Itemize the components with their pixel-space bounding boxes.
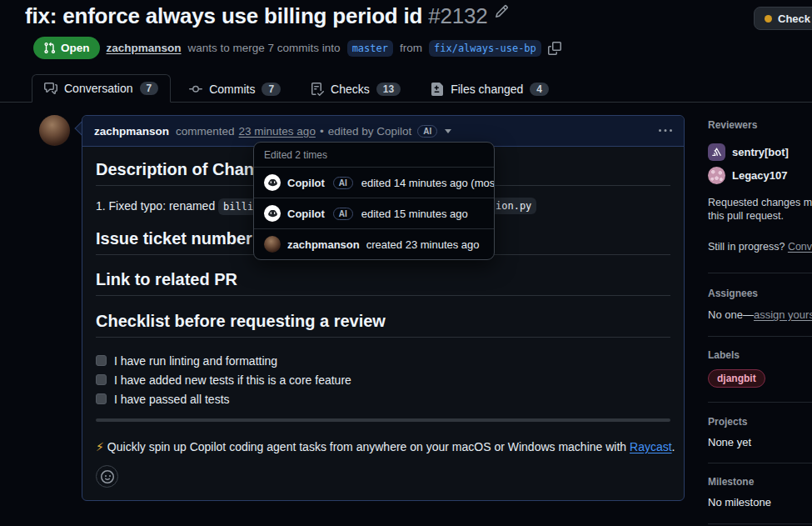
projects-heading: Projects <box>708 416 812 428</box>
pr-tabbar: Conversation 7 Commits 7 Checks 13 Files… <box>0 73 812 103</box>
smiley-icon <box>101 470 114 483</box>
edit-history-name: zachpmanson <box>287 238 360 251</box>
git-pull-request-icon <box>43 42 56 54</box>
labels-heading: Labels <box>708 349 812 361</box>
heading-checklist: Checklist before requesting a review <box>96 312 670 338</box>
progress-note: Still in progress? Conver <box>708 240 812 253</box>
copilot-avatar <box>264 205 281 222</box>
edit-history-title: Edited 2 times <box>254 143 494 167</box>
add-reaction-button[interactable] <box>96 465 118 488</box>
assign-yourself-link[interactable]: assign yourself <box>754 308 812 321</box>
git-commit-icon <box>189 83 202 96</box>
edit-history-row-3[interactable]: zachpmanson created 23 minutes ago <box>254 228 494 259</box>
zachpmanson-avatar <box>264 236 281 253</box>
reviewer-sentry[interactable]: sentry[bot] <box>708 143 812 161</box>
raycast-link[interactable]: Raycast <box>630 440 672 453</box>
pr-status-label: Open <box>61 42 90 54</box>
checklist-item: I have added new tests if this is a core… <box>96 370 670 389</box>
base-branch-label[interactable]: master <box>347 40 393 57</box>
sidebar-divider <box>708 336 812 337</box>
convert-to-draft-link[interactable]: Conver <box>788 241 812 253</box>
comment-divider <box>96 418 670 422</box>
kebab-menu-icon[interactable] <box>659 124 672 138</box>
pr-title: fix: enforce always use billing period i… <box>25 3 509 29</box>
tab-conversation[interactable]: Conversation 7 <box>32 74 171 103</box>
pr-status-badge: Open <box>33 37 100 59</box>
tab-conversation-label: Conversation <box>64 82 133 95</box>
ai-badge: AI <box>333 177 353 189</box>
comment-author[interactable]: zachpmanson <box>94 125 169 138</box>
reviewer-name: Legacy107 <box>732 169 788 182</box>
checks-status-button[interactable]: Check <box>754 7 812 30</box>
tab-checks-label: Checks <box>331 83 370 96</box>
ai-badge: AI <box>417 125 437 138</box>
tab-files-changed[interactable]: Files changed 4 <box>419 76 560 103</box>
checklist-label: I have added new tests if this is a core… <box>114 373 351 387</box>
sentry-avatar <box>708 143 725 161</box>
checkbox-linting[interactable] <box>96 355 107 366</box>
edit-history-row-2[interactable]: Copilot AI edited 15 minutes ago <box>254 198 494 228</box>
assignees-heading: Assignees <box>708 288 812 299</box>
copy-branch-icon[interactable] <box>548 42 561 55</box>
checklist-item: I have run linting and formatting <box>96 351 670 370</box>
assignees-empty-text: No one— <box>708 308 754 321</box>
head-branch-label[interactable]: fix/always-use-bp <box>429 40 541 57</box>
pr-title-text: fix: enforce always use billing period i… <box>25 3 422 28</box>
checklist: I have run linting and formatting I have… <box>96 351 670 408</box>
avatar-zachpmanson[interactable] <box>39 115 70 146</box>
checklist-label: I have passed all tests <box>114 393 230 406</box>
progress-text: Still in progress? <box>708 241 788 253</box>
edit-history-caret-icon[interactable] <box>445 129 451 133</box>
promo-line: ⚡Quickly spin up Copilot coding agent ta… <box>96 440 670 453</box>
comment-timestamp-link[interactable]: 23 minutes ago <box>239 125 316 138</box>
comment-edited-by: edited by Copilot <box>328 125 412 138</box>
tab-commits-count: 7 <box>262 83 281 96</box>
from-text: from <box>400 42 422 54</box>
pr-number: #2132 <box>428 3 487 28</box>
review-note: Requested changes mus this pull request. <box>708 196 812 223</box>
comment-discussion-icon <box>44 82 57 95</box>
edit-history-name: Copilot <box>287 208 325 220</box>
checklist-icon <box>311 83 324 96</box>
assignees-empty: No one—assign yourself <box>708 308 812 322</box>
copilot-avatar <box>264 174 281 191</box>
tab-files-changed-count: 4 <box>530 83 549 96</box>
legacy107-avatar <box>708 167 725 184</box>
edit-title-icon[interactable] <box>495 4 509 18</box>
edit-history-text: edited 15 minutes ago <box>361 208 468 220</box>
sidebar-divider <box>708 273 812 273</box>
tab-checks-count: 13 <box>376 83 401 96</box>
checks-status-label: Check <box>778 13 810 25</box>
tab-files-changed-label: Files changed <box>451 83 523 96</box>
edit-history-text: created 23 minutes ago <box>366 238 480 251</box>
checkbox-new-tests[interactable] <box>96 374 107 385</box>
change-list-text: 1. Fixed typo: renamed <box>96 199 218 213</box>
edit-history-row-1[interactable]: Copilot AI edited 14 minutes ago (most r… <box>254 167 494 198</box>
projects-empty: None yet <box>708 436 812 448</box>
tab-commits[interactable]: Commits 7 <box>177 76 292 103</box>
review-note-line1: Requested changes mus <box>708 197 812 208</box>
pr-author-link[interactable]: zachpmanson <box>107 42 182 54</box>
tab-checks[interactable]: Checks 13 <box>299 76 412 103</box>
checklist-label: I have run linting and formatting <box>114 354 277 368</box>
tab-conversation-count: 7 <box>140 82 159 95</box>
heading-link-pr: Link to related PR <box>96 270 670 296</box>
lightning-icon: ⚡ <box>96 440 104 453</box>
pr-meta-row: Open zachpmanson wants to merge 7 commit… <box>33 37 561 59</box>
checkbox-passed-tests[interactable] <box>96 393 107 404</box>
reviewer-legacy107[interactable]: Legacy107 <box>708 167 812 184</box>
file-diff-icon <box>431 83 444 96</box>
pending-dot-icon <box>765 15 772 23</box>
reviewer-name: sentry[bot] <box>732 146 789 158</box>
pr-sidebar: Reviewers sentry[bot] Legacy107 Requeste… <box>708 115 812 526</box>
reviewers-heading: Reviewers <box>708 119 812 131</box>
checklist-item: I have passed all tests <box>96 389 670 408</box>
sidebar-divider <box>708 402 812 403</box>
promo-suffix: . <box>672 440 675 453</box>
comment-action: commented <box>176 125 235 138</box>
review-note-line2: this pull request. <box>708 210 784 222</box>
comment-separator: • <box>320 125 324 138</box>
label-djangbit[interactable]: djangbit <box>708 369 765 388</box>
promo-text: Quickly spin up Copilot coding agent tas… <box>107 440 630 453</box>
merge-text: wants to merge 7 commits into <box>188 42 341 54</box>
